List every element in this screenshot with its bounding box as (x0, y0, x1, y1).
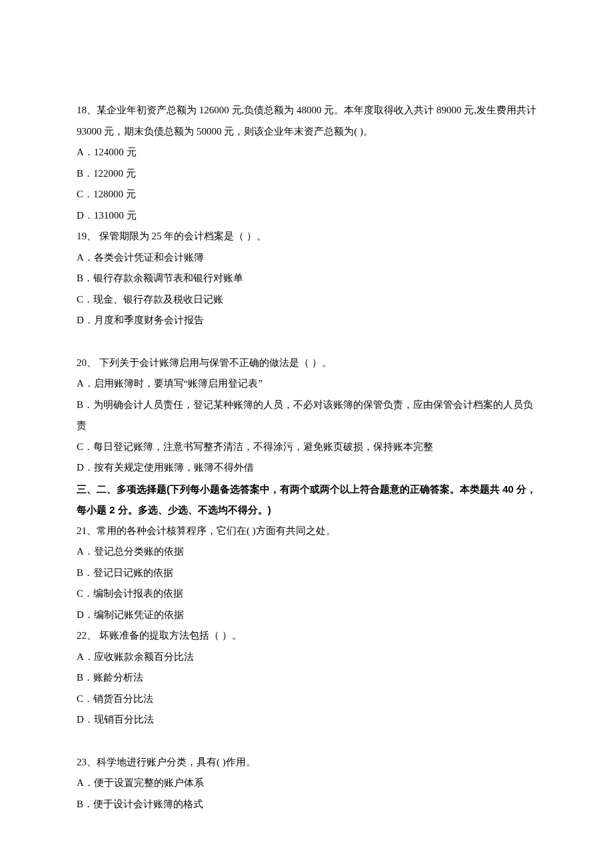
question-19-option-d: D．月度和季度财务会计报告 (77, 310, 536, 331)
question-22: 22、 坏账准备的提取方法包括（ ）。 A．应收账款余额百分比法 B．账龄分析法… (77, 625, 536, 731)
question-19: 19、 保管期限为 25 年的会计档案是（ ）。 A．各类会计凭证和会计账簿 B… (77, 226, 536, 331)
question-18: 18、某企业年初资产总额为 126000 元,负债总额为 48000 元。本年度… (77, 100, 536, 226)
question-21: 21、常用的各种会计核算程序，它们在( )方面有共同之处。 A．登记总分类账的依… (77, 521, 536, 626)
question-21-option-b: B．登记日记账的依据 (77, 563, 536, 584)
question-19-text: 19、 保管期限为 25 年的会计档案是（ ）。 (77, 226, 536, 247)
question-18-option-a: A．124000 元 (77, 142, 536, 163)
section-3-header: 三、二、多项选择题(下列每小题备选答案中，有两个或两个以上符合题意的正确答案。本… (77, 479, 536, 521)
question-19-option-c: C．现金、银行存款及税收日记账 (77, 289, 536, 311)
question-23-option-b: B．便于设计会计账簿的格式 (77, 794, 536, 815)
question-21-option-d: D．编制记账凭证的依据 (77, 605, 536, 626)
question-22-option-c: C．销货百分比法 (77, 689, 536, 710)
question-18-text: 18、某企业年初资产总额为 126000 元,负债总额为 48000 元。本年度… (77, 100, 536, 142)
question-20-option-c: C．每日登记账簿，注意书写整齐清洁，不得涂污，避免账页破损，保持账本完整 (77, 437, 536, 458)
question-20-option-d: D．按有关规定使用账簿，账簿不得外借 (77, 457, 536, 479)
question-20-text: 20、 下列关于会计账簿启用与保管不正确的做法是（ ）。 (77, 353, 536, 374)
question-22-option-d: D．现销百分比法 (77, 709, 536, 731)
question-22-option-a: A．应收账款余额百分比法 (77, 647, 536, 668)
spacer (77, 731, 536, 752)
question-23-option-a: A．便于设置完整的账户体系 (77, 773, 536, 794)
question-23: 23、科学地进行账户分类，具有( )作用。 A．便于设置完整的账户体系 B．便于… (77, 752, 536, 815)
question-21-option-c: C．编制会计报表的依据 (77, 583, 536, 605)
question-23-text: 23、科学地进行账户分类，具有( )作用。 (77, 752, 536, 773)
question-20-option-b: B．为明确会计人员责任，登记某种账簿的人员，不必对该账簿的保管负责，应由保管会计… (77, 395, 536, 437)
question-22-option-b: B．账龄分析法 (77, 667, 536, 689)
question-21-text: 21、常用的各种会计核算程序，它们在( )方面有共同之处。 (77, 521, 536, 542)
question-20-option-a: A．启用账簿时，要填写“账簿启用登记表” (77, 373, 536, 395)
question-18-option-b: B．122000 元 (77, 163, 536, 185)
question-21-option-a: A．登记总分类账的依据 (77, 541, 536, 563)
question-19-option-a: A．各类会计凭证和会计账簿 (77, 247, 536, 269)
spacer (77, 331, 536, 353)
question-18-option-c: C．128000 元 (77, 184, 536, 205)
question-19-option-b: B．银行存款余额调节表和银行对账单 (77, 268, 536, 289)
question-20: 20、 下列关于会计账簿启用与保管不正确的做法是（ ）。 A．启用账簿时，要填写… (77, 353, 536, 479)
question-22-text: 22、 坏账准备的提取方法包括（ ）。 (77, 625, 536, 647)
question-18-option-d: D．131000 元 (77, 205, 536, 227)
